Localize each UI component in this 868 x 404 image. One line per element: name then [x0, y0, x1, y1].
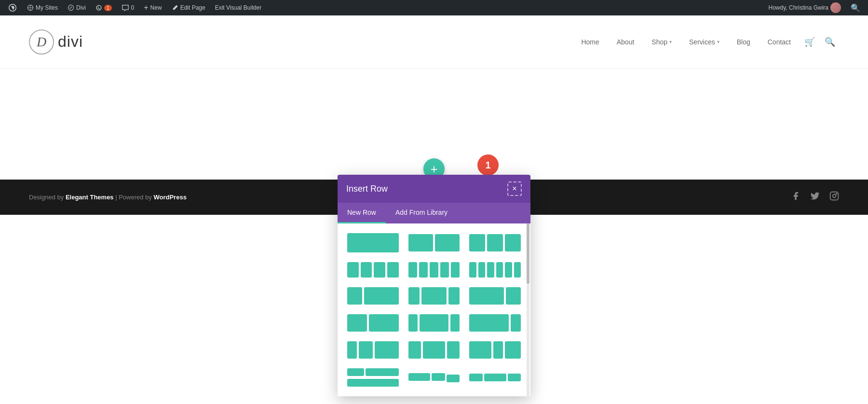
search-icon[interactable]: 🔍 [821, 33, 839, 51]
layout-4col-equal[interactable] [345, 260, 401, 279]
site-header: D divi Home About Shop▾ Services▾ Blog C… [0, 15, 868, 69]
layout-3col-variant[interactable] [407, 312, 462, 334]
layout-3col-narrow-mid-wide[interactable] [345, 339, 401, 361]
site-logo[interactable]: D divi [29, 29, 83, 55]
user-avatar [830, 2, 841, 13]
nav-about[interactable]: About [609, 34, 642, 50]
layout-3col-wide-mid-narrow[interactable] [467, 339, 523, 361]
modal-header: Insert Row × [338, 175, 530, 203]
nav-blog[interactable]: Blog [729, 34, 758, 50]
modal-tabs: New Row Add From Library [338, 203, 530, 223]
layout-2col-equal[interactable] [407, 231, 462, 254]
my-sites-menu[interactable]: My Sites [23, 0, 62, 15]
modal-body [338, 223, 530, 396]
footer-text: Designed by Elegant Themes | Powered by … [29, 194, 187, 201]
nav-contact[interactable]: Contact [760, 34, 799, 50]
site-nav: Home About Shop▾ Services▾ Blog Contact … [573, 33, 839, 51]
logo-circle-icon: D [29, 29, 54, 55]
services-chevron-icon: ▾ [717, 39, 719, 44]
scrollbar-track[interactable] [527, 223, 529, 396]
svg-point-5 [833, 195, 836, 198]
logo-text: divi [58, 33, 83, 51]
main-content: + 1 Insert Row × New Row Add From Librar… [0, 69, 868, 180]
svg-point-6 [836, 194, 837, 195]
shop-chevron-icon: ▾ [669, 39, 672, 44]
tab-new-row[interactable]: New Row [338, 203, 386, 223]
layout-2col-asymmetric-a[interactable] [345, 312, 401, 334]
tab-add-from-library[interactable]: Add From Library [386, 203, 457, 223]
updates-badge: 1 [104, 5, 112, 11]
layout-2col-wide-narrow[interactable] [467, 285, 523, 306]
layout-3col-balanced[interactable] [407, 339, 462, 361]
nav-services[interactable]: Services▾ [681, 34, 727, 50]
step-badge: 1 [477, 154, 499, 176]
new-content-menu[interactable]: + New [140, 0, 165, 15]
edit-page-button[interactable]: Edit Page [168, 0, 209, 15]
modal-close-button[interactable]: × [507, 181, 522, 196]
layout-6col-equal[interactable] [467, 260, 523, 279]
admin-search-button[interactable]: 🔍 [847, 3, 864, 13]
scrollbar-thumb[interactable] [527, 223, 529, 284]
layout-3col-narrow-wide-narrow[interactable] [407, 285, 462, 306]
facebook-icon[interactable] [791, 191, 800, 203]
layout-5col-equal[interactable] [407, 260, 462, 279]
svg-rect-4 [830, 192, 839, 200]
layout-mixed-a[interactable] [345, 366, 401, 389]
layout-2col-wide-narrow-b[interactable] [467, 312, 523, 334]
layout-grid [345, 231, 523, 389]
footer-social [791, 191, 839, 203]
comments-menu[interactable]: 0 [118, 0, 138, 15]
modal-title: Insert Row [346, 184, 388, 194]
layout-mixed-c[interactable] [467, 366, 523, 389]
insert-row-modal: Insert Row × New Row Add From Library [338, 175, 530, 396]
instagram-icon[interactable] [829, 191, 839, 203]
layout-1col[interactable] [345, 231, 401, 254]
wordpress-logo[interactable] [4, 0, 21, 15]
twitter-icon[interactable] [810, 191, 820, 203]
nav-shop[interactable]: Shop▾ [644, 34, 679, 50]
exit-builder-button[interactable]: Exit Visual Builder [211, 0, 266, 15]
nav-home[interactable]: Home [573, 34, 607, 50]
updates-menu[interactable]: 1 [92, 0, 116, 15]
howdy-user[interactable]: Howdy, Christina Gwira [765, 0, 845, 15]
layout-3col-equal[interactable] [467, 231, 523, 254]
layout-2col-narrow-wide[interactable] [345, 285, 401, 306]
admin-bar: My Sites Divi 1 0 + New Edit Page Exit V… [0, 0, 868, 15]
divi-menu[interactable]: Divi [64, 0, 90, 15]
layout-mixed-b[interactable] [407, 366, 462, 389]
cart-icon[interactable]: 🛒 [800, 33, 819, 51]
admin-bar-right: Howdy, Christina Gwira 🔍 [765, 0, 864, 15]
